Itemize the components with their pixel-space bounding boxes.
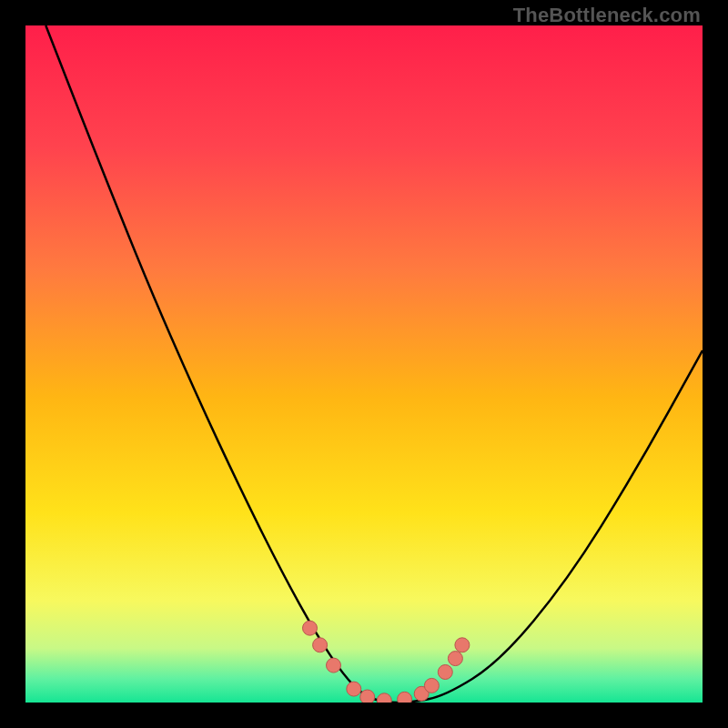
curve-marker bbox=[327, 658, 341, 672]
curve-marker bbox=[303, 621, 318, 635]
curve-marker bbox=[424, 678, 439, 693]
bottleneck-curve bbox=[46, 25, 703, 703]
curve-marker bbox=[377, 693, 391, 703]
curve-marker bbox=[398, 692, 412, 703]
watermark-text: TheBottleneck.com bbox=[513, 4, 701, 27]
curve-marker bbox=[438, 665, 452, 680]
bottleneck-curve-layer bbox=[25, 25, 703, 703]
curve-marker bbox=[455, 638, 470, 652]
curve-marker bbox=[313, 638, 328, 652]
curve-marker bbox=[448, 652, 462, 666]
curve-marker bbox=[360, 690, 375, 703]
curve-marker bbox=[347, 682, 361, 696]
curve-markers-group bbox=[303, 621, 470, 703]
chart-frame bbox=[25, 25, 703, 703]
